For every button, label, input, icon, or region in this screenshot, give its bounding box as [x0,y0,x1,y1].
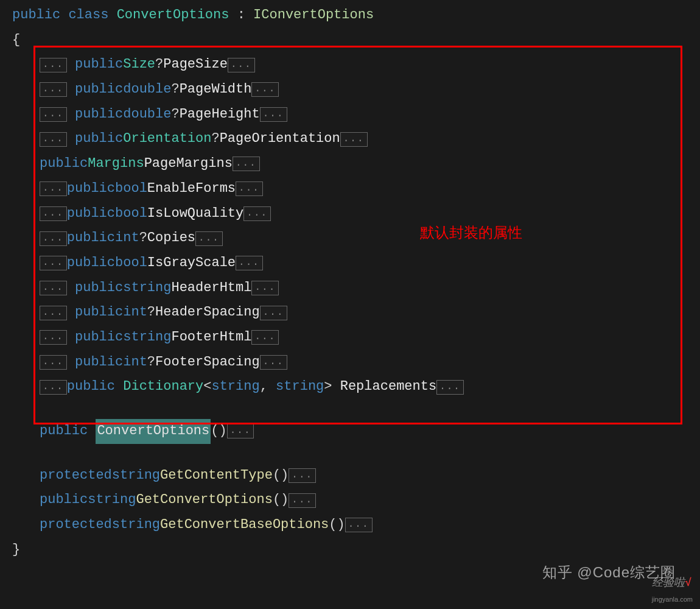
fold-icon[interactable]: ... [40,82,67,97]
keyword-access: public [67,226,115,251]
property-line: ...public int? Copies... [12,226,688,251]
brace-open: { [12,28,688,53]
dictionary-property-line: ... public Dictionary<string, string> Re… [12,375,688,400]
fold-icon[interactable]: ... [340,132,368,147]
property-line: ... public Orientation? PageOrientation.… [12,127,688,152]
property-name: FooterHtml [171,325,251,350]
fold-icon[interactable]: ... [40,58,67,72]
fold-icon[interactable]: ... [227,424,254,438]
fold-icon[interactable]: ... [40,330,67,345]
fold-icon[interactable]: ... [289,493,316,508]
keyword-public: public [67,375,115,400]
type-name: int [123,350,147,375]
property-name: FooterSpacing [155,350,260,375]
watermark-jingyanla: 经验啦√ jingyanla.com [652,572,693,605]
type-name: Orientation [123,127,211,152]
fold-icon[interactable]: ... [251,281,279,295]
keyword-access: public [75,300,123,325]
fold-icon[interactable]: ... [40,380,67,395]
fold-icon[interactable]: ... [40,355,67,370]
constructor-name: ConvertOptions [96,419,211,444]
keyword-access: protected [40,513,112,538]
fold-icon[interactable]: ... [40,181,67,196]
fold-icon[interactable]: ... [233,157,260,171]
keyword-public: public [12,3,60,28]
annotation-label: 默认封装的属性 [420,219,522,246]
property-line: ... public string FooterHtml... [12,325,688,350]
method-name: GetConvertOptions [136,488,272,513]
code-editor: public class ConvertOptions : IConvertOp… [0,0,700,565]
fold-icon[interactable]: ... [236,256,263,270]
property-line: ...public bool EnableForms... [12,177,688,202]
keyword-access: public [67,202,115,227]
type-name: int [123,300,147,325]
keyword-access: public [75,77,123,102]
keyword-access: public [40,152,88,177]
fold-icon[interactable]: ... [40,256,67,270]
fold-icon[interactable]: ... [40,132,67,147]
colon: : [237,3,245,28]
property-line: ...public bool IsGrayScale... [12,251,688,276]
properties-block: ... public Size? PageSize...... public d… [12,52,688,375]
property-name: Copies [147,226,195,251]
type-name: Size [123,52,155,77]
method-line: protected string GetContentType()... [12,463,688,488]
fold-icon[interactable]: ... [260,107,287,122]
return-type: string [88,488,136,513]
type-name: string [123,325,171,350]
property-name: PageOrientation [220,127,340,152]
property-line: ... public double? PageHeight... [12,102,688,127]
property-name: IsLowQuality [147,202,243,227]
fold-icon[interactable]: ... [40,231,67,246]
property-line: ... public Size? PageSize... [12,52,688,77]
property-name: EnableForms [147,177,236,202]
methods-block: protected string GetContentType()...publ… [12,463,688,538]
method-line: protected string GetConvertBaseOptions()… [12,513,688,538]
fold-icon[interactable]: ... [289,468,316,483]
type-name: bool [115,251,147,276]
type-name: int [115,226,139,251]
method-name: GetConvertBaseOptions [160,513,329,538]
keyword-access: public [75,127,123,152]
keyword-access: public [67,251,115,276]
fold-icon[interactable]: ... [195,231,223,246]
type-dictionary: Dictionary [123,375,203,400]
fold-icon[interactable]: ... [345,518,373,532]
type-name: double [123,77,171,102]
property-line: ...public bool IsLowQuality... [12,202,688,227]
keyword-access: public [75,350,123,375]
fold-icon[interactable]: ... [236,181,263,196]
class-declaration-line: public class ConvertOptions : IConvertOp… [12,3,688,28]
fold-icon[interactable]: ... [40,281,67,295]
property-line: public Margins PageMargins... [12,152,688,177]
return-type: string [112,463,160,488]
property-line: ... public string HeaderHtml... [12,276,688,301]
fold-icon[interactable]: ... [243,206,271,221]
keyword-class: class [68,3,108,28]
constructor-line: public ConvertOptions() ... [12,419,688,444]
fold-icon[interactable]: ... [436,380,464,395]
fold-icon[interactable]: ... [260,306,287,320]
type-name: Margins [88,152,144,177]
property-name: HeaderSpacing [155,300,260,325]
fold-icon[interactable]: ... [260,355,287,370]
keyword-public: public [40,419,88,444]
interface-name: IConvertOptions [253,3,374,28]
property-name: PageWidth [180,77,252,102]
fold-icon[interactable]: ... [40,306,67,320]
property-line: ... public int? HeaderSpacing... [12,300,688,325]
fold-icon[interactable]: ... [40,206,67,221]
type-name: string [123,276,171,301]
type-name: double [123,102,171,127]
property-name: PageHeight [180,102,260,127]
fold-icon[interactable]: ... [251,330,279,345]
keyword-access: protected [40,463,112,488]
fold-icon[interactable]: ... [228,58,255,72]
fold-icon[interactable]: ... [40,107,67,122]
keyword-access: public [40,488,88,513]
keyword-access: public [67,177,115,202]
type-name: bool [115,177,147,202]
keyword-access: public [75,102,123,127]
property-name: Replacements [340,375,436,400]
fold-icon[interactable]: ... [251,82,279,97]
